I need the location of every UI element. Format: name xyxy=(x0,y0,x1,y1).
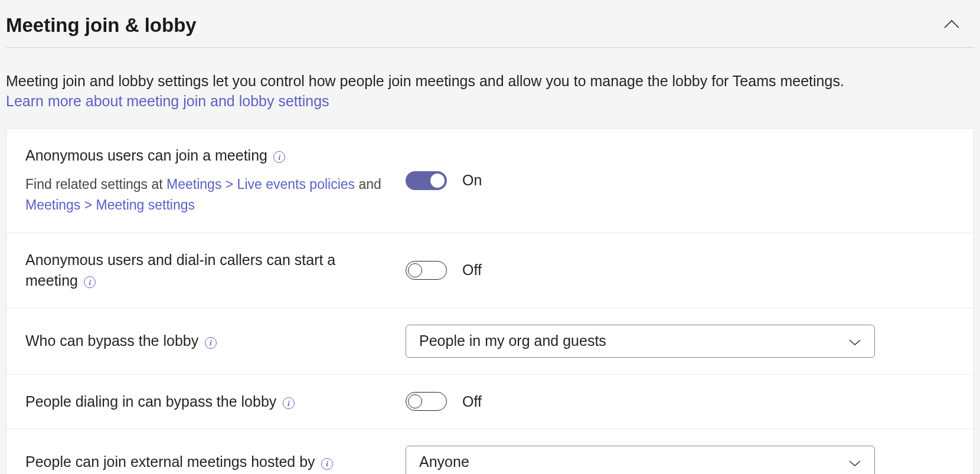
setting-label-col: Who can bypass the lobby i xyxy=(25,331,406,351)
setting-label-col: Anonymous users and dial-in callers can … xyxy=(25,250,406,291)
setting-row-bypass-lobby: Who can bypass the lobby i People in my … xyxy=(6,308,974,375)
setting-label: People can join external meetings hosted… xyxy=(25,453,315,470)
description-text: Meeting join and lobby settings let you … xyxy=(6,73,844,89)
toggle-label: Off xyxy=(462,261,482,279)
sublabel-and: and xyxy=(355,176,381,192)
toggle-label: On xyxy=(462,172,482,189)
setting-label-col: Anonymous users can join a meeting i Fin… xyxy=(25,145,406,216)
select-external-meetings[interactable]: Anyone xyxy=(406,446,875,474)
setting-control-col: Anyone xyxy=(406,446,955,474)
setting-label-col: People can join external meetings hosted… xyxy=(25,452,406,472)
info-icon[interactable]: i xyxy=(273,151,285,163)
toggle-anonymous-start[interactable] xyxy=(406,261,447,280)
setting-sublabel: Find related settings at Meetings > Live… xyxy=(25,174,391,216)
setting-row-external-meetings: People can join external meetings hosted… xyxy=(6,429,974,474)
toggle-knob xyxy=(408,394,422,408)
toggle-anonymous-join[interactable] xyxy=(406,171,447,190)
link-meeting-settings[interactable]: Meetings > Meeting settings xyxy=(25,197,195,213)
setting-control-col: On xyxy=(406,171,955,190)
info-icon[interactable]: i xyxy=(205,337,217,349)
chevron-down-icon xyxy=(848,332,861,349)
setting-row-anonymous-join: Anonymous users can join a meeting i Fin… xyxy=(6,129,974,233)
setting-label: Anonymous users and dial-in callers can … xyxy=(25,251,335,289)
settings-panel: Meeting join & lobby Meeting join and lo… xyxy=(0,0,980,474)
chevron-up-icon[interactable] xyxy=(943,19,960,31)
select-value: People in my org and guests xyxy=(419,332,606,349)
setting-control-col: Off xyxy=(406,261,955,280)
section-description: Meeting join and lobby settings let you … xyxy=(6,48,974,117)
setting-row-dialin-bypass: People dialing in can bypass the lobby i… xyxy=(6,375,974,429)
toggle-label: Off xyxy=(462,393,482,410)
select-bypass-lobby[interactable]: People in my org and guests xyxy=(406,325,875,358)
select-value: Anyone xyxy=(419,453,469,470)
toggle-dialin-bypass[interactable] xyxy=(406,392,447,411)
info-icon[interactable]: i xyxy=(283,397,295,409)
section-title: Meeting join & lobby xyxy=(6,14,197,37)
settings-card: Anonymous users can join a meeting i Fin… xyxy=(6,128,974,475)
section-header[interactable]: Meeting join & lobby xyxy=(6,6,974,48)
setting-control-col: People in my org and guests xyxy=(406,325,955,358)
setting-row-anonymous-start: Anonymous users and dial-in callers can … xyxy=(6,233,974,308)
chevron-down-icon xyxy=(848,453,861,470)
learn-more-link[interactable]: Learn more about meeting join and lobby … xyxy=(6,93,329,109)
toggle-knob xyxy=(408,263,422,277)
info-icon[interactable]: i xyxy=(321,458,333,470)
setting-control-col: Off xyxy=(406,392,955,411)
sublabel-prefix: Find related settings at xyxy=(25,176,166,192)
setting-label: Who can bypass the lobby xyxy=(25,332,198,349)
info-icon[interactable]: i xyxy=(84,276,96,288)
link-live-events-policies[interactable]: Meetings > Live events policies xyxy=(166,176,355,192)
toggle-knob xyxy=(430,174,445,188)
setting-label-col: People dialing in can bypass the lobby i xyxy=(25,391,406,412)
setting-label: People dialing in can bypass the lobby xyxy=(25,393,276,410)
setting-label: Anonymous users can join a meeting xyxy=(25,147,267,164)
